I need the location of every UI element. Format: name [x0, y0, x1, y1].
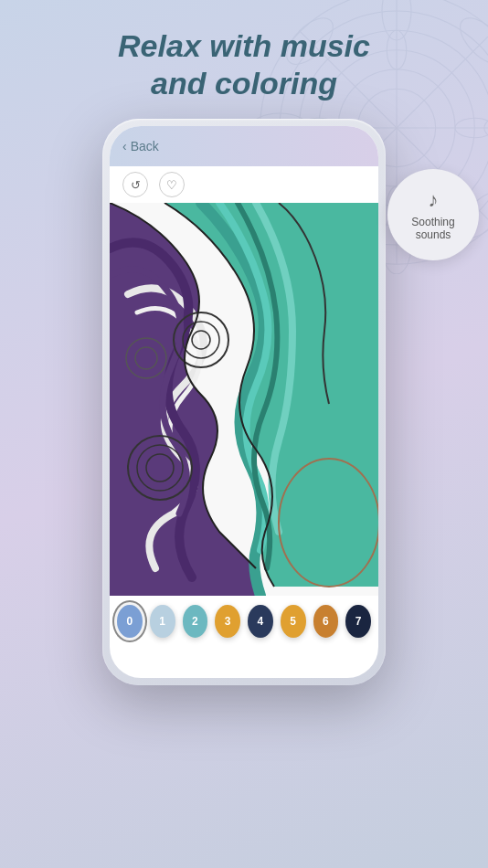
back-button[interactable]: Back	[131, 139, 159, 153]
color-swatch-3[interactable]: 3	[215, 605, 240, 638]
color-swatch-4[interactable]: 4	[248, 605, 273, 638]
soothing-sounds-bubble[interactable]: ♪ Soothingsounds	[387, 169, 479, 260]
color-palette: 01234567	[110, 596, 378, 647]
phone-outer: ‹ Back ↺ ♡	[102, 119, 386, 685]
top-bar: ‹ Back	[110, 126, 378, 166]
action-bar: ↺ ♡	[110, 166, 378, 203]
color-swatch-1[interactable]: 1	[150, 605, 175, 638]
title-line2: and coloring	[0, 65, 488, 102]
undo-button[interactable]: ↺	[122, 172, 148, 197]
coloring-canvas[interactable]	[110, 203, 378, 596]
soothing-label: Soothingsounds	[411, 216, 454, 242]
title-area: Relax with music and coloring	[0, 27, 488, 102]
back-chevron-icon: ‹	[122, 139, 127, 153]
color-swatch-5[interactable]: 5	[281, 605, 306, 638]
color-swatch-6[interactable]: 6	[313, 605, 339, 638]
color-swatch-0[interactable]: 0	[117, 605, 143, 638]
color-swatch-7[interactable]: 7	[345, 605, 371, 638]
phone-inner: ‹ Back ↺ ♡	[110, 126, 378, 678]
phone-mockup: ‹ Back ↺ ♡	[102, 119, 386, 685]
music-note-icon: ♪	[429, 188, 439, 212]
favorite-button[interactable]: ♡	[159, 172, 185, 197]
title-line1: Relax with music	[0, 27, 488, 65]
coloring-image	[110, 203, 378, 596]
color-swatch-2[interactable]: 2	[183, 605, 208, 638]
